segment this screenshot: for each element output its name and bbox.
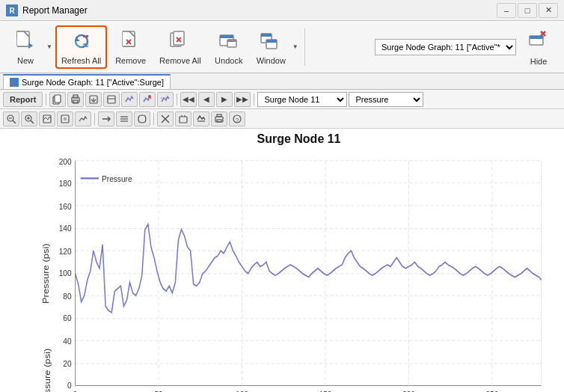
svg-text:150: 150: [319, 389, 332, 392]
zoom-in-icon[interactable]: [21, 111, 37, 126]
svg-text:Pressure: Pressure: [102, 174, 132, 183]
graph-tool-7[interactable]: [57, 111, 73, 126]
window-button[interactable]: Window: [251, 25, 291, 69]
graph-tool-8[interactable]: [75, 111, 91, 126]
svg-text:120: 120: [59, 246, 72, 256]
remove-all-button[interactable]: Remove All: [154, 25, 206, 69]
tab-bar: Surge Node Graph: 11 ["Active":Surge]: [0, 73, 564, 90]
window-icon: [259, 29, 283, 53]
window-button-group[interactable]: Window ▼: [251, 25, 298, 69]
title-bar: R Report Manager – □ ✕: [0, 0, 564, 21]
nav-prev[interactable]: ◀: [198, 92, 215, 107]
graph-tool-print2[interactable]: [211, 111, 227, 126]
svg-rect-16: [174, 31, 184, 45]
graph-tool-14[interactable]: [193, 111, 209, 126]
remove-icon: [119, 29, 143, 53]
remove-all-label: Remove All: [159, 56, 201, 65]
new-dropdown-arrow[interactable]: ▼: [45, 43, 52, 50]
graph-tool-4[interactable]: [121, 92, 138, 107]
graph-tool-10[interactable]: [116, 111, 132, 126]
svg-text:80: 80: [63, 291, 71, 301]
nav-first[interactable]: ◀◀: [180, 92, 197, 107]
close-button[interactable]: ✕: [539, 3, 558, 18]
graph-tool-11[interactable]: [134, 111, 150, 126]
window-select-group: Surge Node Graph: 11 ["Active"*: [375, 39, 516, 55]
svg-text:0: 0: [67, 380, 72, 390]
main-toolbar: New ▼ Refresh All: [0, 21, 564, 73]
zoom-fit-icon[interactable]: [39, 111, 55, 126]
report-button[interactable]: Report: [3, 92, 43, 107]
chart-area: Surge Node 11 Pressure (psi): [0, 129, 564, 392]
svg-rect-58: [180, 117, 187, 123]
node-selector[interactable]: Surge Node 11: [257, 92, 347, 107]
svg-rect-51: [64, 117, 67, 120]
svg-rect-63: [217, 114, 221, 117]
refresh-all-button[interactable]: Refresh All: [55, 25, 107, 69]
toolbar-separator: [304, 28, 305, 66]
remove-label: Remove: [115, 56, 146, 65]
svg-rect-7: [83, 35, 85, 37]
window-selector[interactable]: Surge Node Graph: 11 ["Active"*: [375, 39, 516, 55]
svg-rect-20: [220, 35, 233, 38]
svg-rect-67: [41, 152, 557, 392]
svg-text:180: 180: [59, 178, 72, 188]
graph-tool-3[interactable]: [103, 92, 120, 107]
new-button-group[interactable]: New ▼: [6, 25, 52, 69]
tab-label: Surge Node Graph: 11 ["Active":Surge]: [22, 78, 164, 87]
svg-line-43: [13, 120, 16, 123]
window-label: Window: [257, 56, 286, 65]
svg-point-40: [148, 95, 151, 98]
graph-tool-print[interactable]: [67, 92, 84, 107]
toolbar3-sep2: [153, 113, 154, 125]
svg-rect-38: [108, 96, 115, 103]
graph-tool-export[interactable]: [85, 92, 102, 107]
svg-text:60: 60: [63, 313, 71, 323]
refresh-all-icon: [70, 29, 94, 53]
graph-tool-12[interactable]: [157, 111, 174, 126]
svg-text:0: 0: [73, 389, 78, 392]
tab-icon: [10, 78, 19, 87]
toolbar3-sep1: [94, 113, 95, 125]
undock-label: Undock: [215, 56, 242, 65]
param-selector[interactable]: Pressure: [349, 92, 423, 107]
hide-label: Hide: [530, 57, 548, 66]
window-controls: – □ ✕: [497, 3, 558, 18]
graph-tool-9[interactable]: [98, 111, 114, 126]
new-icon: [13, 29, 37, 53]
graph-tool-6[interactable]: [157, 92, 174, 107]
app-icon: R: [6, 4, 18, 16]
svg-text:Pressure (psi): Pressure (psi): [43, 349, 52, 392]
undock-button[interactable]: Undock: [209, 25, 248, 69]
window-dropdown-arrow[interactable]: ▼: [291, 43, 298, 50]
graph-tool-5[interactable]: [139, 92, 156, 107]
svg-rect-28: [530, 36, 543, 39]
svg-text:200: 200: [59, 156, 72, 166]
zoom-out-icon[interactable]: [3, 111, 19, 126]
active-tab[interactable]: Surge Node Graph: 11 ["Active":Surge]: [3, 74, 171, 89]
new-label: New: [17, 56, 34, 65]
nav-next[interactable]: ▶▶: [234, 92, 251, 107]
svg-text:140: 140: [59, 223, 72, 233]
toolbar2-sep2: [177, 94, 177, 105]
graph-tool-15[interactable]: ?: [229, 111, 245, 126]
svg-text:R: R: [9, 7, 15, 15]
minimize-button[interactable]: –: [497, 3, 516, 18]
svg-rect-8: [86, 35, 88, 37]
toolbar2-sep1: [46, 94, 46, 105]
svg-marker-5: [28, 43, 33, 49]
svg-rect-32: [55, 95, 61, 102]
nav-play[interactable]: ▶: [216, 92, 233, 107]
graph-toolbar-2: ?: [0, 109, 564, 129]
svg-rect-24: [261, 34, 272, 37]
maximize-button[interactable]: □: [518, 3, 537, 18]
graph-tool-13[interactable]: [175, 111, 191, 126]
remove-button[interactable]: Remove: [110, 25, 151, 69]
hide-icon: [527, 28, 551, 54]
new-button[interactable]: New: [6, 25, 45, 69]
graph-tool-copy[interactable]: [49, 92, 66, 107]
svg-text:?: ?: [236, 117, 239, 123]
hide-button[interactable]: Hide: [519, 25, 558, 69]
toolbar2-sep3: [254, 94, 254, 105]
svg-text:50: 50: [154, 389, 162, 392]
svg-rect-26: [266, 40, 277, 43]
